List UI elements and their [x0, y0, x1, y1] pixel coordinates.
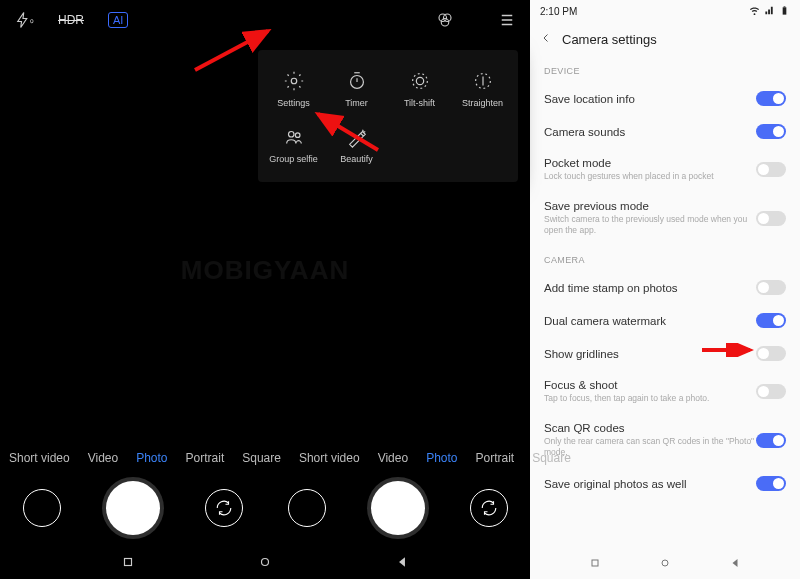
group-selfie-icon — [283, 126, 305, 148]
setting-title: Save original photos as well — [544, 478, 756, 490]
popup-label: Group selfie — [269, 154, 318, 164]
camera-topbar: ₀ HDR AI — [0, 0, 530, 40]
camera-mode-strip[interactable]: Short video Video Photo Portrait Square … — [0, 447, 530, 469]
toggle-switch[interactable] — [756, 211, 786, 226]
gallery-preview-button[interactable] — [23, 489, 61, 527]
recent-apps-button[interactable] — [121, 555, 135, 573]
svg-point-2 — [441, 19, 449, 27]
setting-title: Save previous mode — [544, 200, 756, 212]
svg-point-17 — [261, 559, 268, 566]
setting-show-gridlines[interactable]: Show gridlines — [530, 337, 800, 370]
mode-portrait[interactable]: Portrait — [466, 447, 523, 469]
setting-subtitle: Lock touch gestures when placed in a poc… — [544, 171, 756, 182]
svg-point-11 — [412, 74, 427, 89]
setting-camera-sounds[interactable]: Camera sounds — [530, 115, 800, 148]
popup-item-settings[interactable]: Settings — [262, 62, 325, 118]
setting-title: Scan QR codes — [544, 422, 756, 434]
setting-title: Focus & shoot — [544, 379, 756, 391]
setting-dual-camera-watermark[interactable]: Dual camera watermark — [530, 304, 800, 337]
filters-icon[interactable] — [436, 11, 454, 29]
status-bar: 2:10 PM — [530, 0, 800, 22]
toggle-switch[interactable] — [756, 476, 786, 491]
popup-label: Beautify — [340, 154, 373, 164]
popup-item-timer[interactable]: Timer — [325, 62, 388, 118]
back-icon[interactable] — [540, 32, 552, 47]
mode-short-video[interactable]: Short video — [0, 447, 79, 469]
hdr-button[interactable]: HDR — [58, 13, 84, 27]
gear-icon — [283, 70, 305, 92]
section-title-camera: CAMERA — [530, 245, 800, 271]
setting-focus-shoot[interactable]: Focus & shootTap to focus, then tap agai… — [530, 370, 800, 413]
flash-icon[interactable]: ₀ — [14, 11, 34, 29]
straighten-icon — [472, 70, 494, 92]
recent-apps-button[interactable] — [589, 555, 601, 573]
mode-photo[interactable]: Photo — [417, 447, 466, 469]
svg-point-15 — [295, 133, 300, 138]
back-button[interactable] — [729, 555, 741, 573]
timer-icon — [346, 70, 368, 92]
section-title-device: DEVICE — [530, 56, 800, 82]
setting-title: Pocket mode — [544, 157, 756, 169]
back-button[interactable] — [395, 555, 409, 573]
android-navbar-right — [530, 549, 800, 579]
toggle-switch[interactable] — [756, 346, 786, 361]
setting-save-location[interactable]: Save location info — [530, 82, 800, 115]
mode-portrait[interactable]: Portrait — [177, 447, 234, 469]
setting-pocket-mode[interactable]: Pocket modeLock touch gestures when plac… — [530, 148, 800, 191]
svg-point-7 — [350, 76, 363, 89]
hdr-label: HDR — [58, 13, 84, 27]
mode-short-video[interactable]: Short video — [290, 447, 369, 469]
svg-rect-16 — [125, 559, 132, 566]
setting-title: Show gridlines — [544, 348, 756, 360]
toggle-switch[interactable] — [756, 162, 786, 177]
camera-settings-screen: 2:10 PM Camera settings DEVICE Save loca… — [530, 0, 800, 579]
shutter-button[interactable] — [371, 481, 425, 535]
popup-label: Tilt-shift — [404, 98, 435, 108]
settings-title: Camera settings — [562, 32, 657, 47]
popup-label: Settings — [277, 98, 310, 108]
popup-item-straighten[interactable]: Straighten — [451, 62, 514, 118]
beautify-icon — [346, 126, 368, 148]
menu-icon[interactable] — [498, 11, 516, 29]
mode-video[interactable]: Video — [79, 447, 127, 469]
svg-point-6 — [291, 78, 297, 84]
shutter-button[interactable] — [106, 481, 160, 535]
battery-icon — [779, 5, 790, 18]
toggle-switch[interactable] — [756, 91, 786, 106]
toggle-switch[interactable] — [756, 280, 786, 295]
mode-photo[interactable]: Photo — [127, 447, 176, 469]
svg-point-1 — [444, 14, 452, 22]
toggle-switch[interactable] — [756, 313, 786, 328]
ai-button[interactable]: AI — [108, 12, 128, 28]
setting-title: Save location info — [544, 93, 756, 105]
setting-title: Dual camera watermark — [544, 315, 756, 327]
toggle-switch[interactable] — [756, 124, 786, 139]
home-button[interactable] — [258, 555, 272, 573]
mode-square[interactable]: Square — [233, 447, 290, 469]
setting-save-previous-mode[interactable]: Save previous modeSwitch camera to the p… — [530, 191, 800, 245]
switch-camera-button[interactable] — [205, 489, 243, 527]
popup-label: Timer — [345, 98, 368, 108]
setting-subtitle: Tap to focus, then tap again to take a p… — [544, 393, 756, 404]
setting-title: Camera sounds — [544, 126, 756, 138]
popup-item-groupselfie[interactable]: Group selfie — [262, 118, 325, 174]
switch-camera-button[interactable] — [470, 489, 508, 527]
mode-square[interactable]: Square — [523, 447, 580, 469]
toggle-switch[interactable] — [756, 433, 786, 448]
watermark-text: MOBIGYAAN — [0, 255, 530, 286]
popup-item-beautify[interactable]: Beautify — [325, 118, 388, 174]
popup-item-tiltshift[interactable]: Tilt-shift — [388, 62, 451, 118]
settings-header: Camera settings — [530, 22, 800, 56]
toggle-switch[interactable] — [756, 384, 786, 399]
setting-subtitle: Switch camera to the previously used mod… — [544, 214, 756, 236]
home-button[interactable] — [659, 555, 671, 573]
setting-save-original[interactable]: Save original photos as well — [530, 467, 800, 500]
setting-time-stamp[interactable]: Add time stamp on photos — [530, 271, 800, 304]
tiltshift-icon — [409, 70, 431, 92]
wifi-icon — [749, 5, 760, 18]
svg-point-14 — [288, 132, 294, 138]
camera-options-popup: Settings Timer Tilt-shift Straighten Gro… — [258, 50, 518, 182]
gallery-preview-button[interactable] — [288, 489, 326, 527]
shutter-row — [0, 473, 530, 543]
mode-video[interactable]: Video — [369, 447, 417, 469]
